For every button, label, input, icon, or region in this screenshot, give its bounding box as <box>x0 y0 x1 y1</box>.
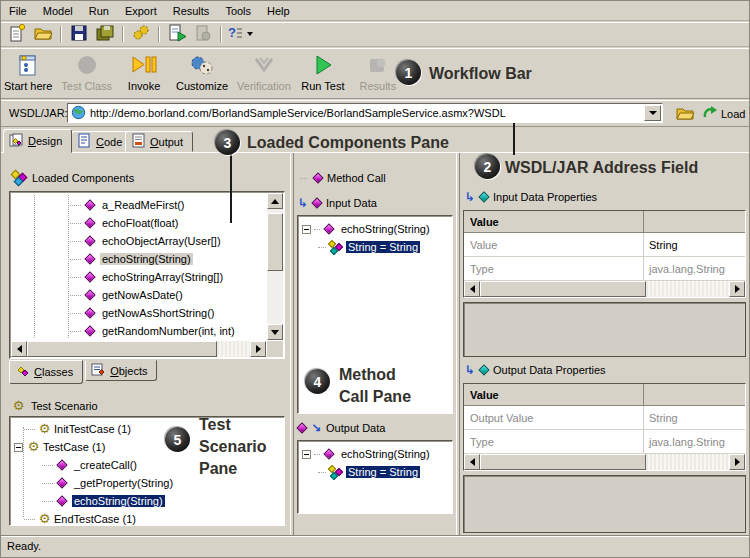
scroll-right-button[interactable] <box>250 341 266 357</box>
scrollbar-thumb[interactable] <box>267 213 283 271</box>
collapse-expander-icon[interactable] <box>302 225 311 234</box>
property-name: Output Value <box>464 406 644 429</box>
workflow-run-test[interactable]: Run Test <box>300 51 346 92</box>
tree-item-method-selected[interactable]: echoString(String) <box>12 250 266 268</box>
table-row[interactable]: Value String <box>464 233 745 257</box>
tab-code[interactable]: Code <box>71 131 132 152</box>
tree-item-method[interactable]: getNowAsShortString() <box>12 304 266 322</box>
scroll-left-button[interactable] <box>11 341 27 357</box>
tab-objects[interactable]: Objects <box>85 360 157 381</box>
code-icon <box>77 133 92 150</box>
workflow-verification[interactable]: Verification <box>237 51 291 92</box>
load-button[interactable]: Load <box>702 105 745 122</box>
horizontal-scrollbar[interactable] <box>464 281 745 297</box>
property-value[interactable]: String <box>644 233 745 256</box>
tree-item-method[interactable]: getNowAsDate() <box>12 286 266 304</box>
tab-classes[interactable]: Classes <box>9 360 83 384</box>
tab-design[interactable]: Design <box>3 129 72 153</box>
tree-item-input-root[interactable]: echoString(String) <box>302 220 450 238</box>
scrollbar-thumb[interactable] <box>480 281 646 297</box>
scrollbar-track[interactable] <box>646 281 729 297</box>
collapse-expander-icon[interactable] <box>14 443 23 452</box>
property-name: Type <box>464 430 644 453</box>
tree-item-label: echoObjectArray(User[]) <box>100 235 223 247</box>
callout-4-badge: 4 <box>305 369 330 394</box>
wsdl-address-value: http://demo.borland.com/BorlandSampleSer… <box>90 107 640 119</box>
application-window: File Model Run Export Results Tools Help… <box>0 0 750 558</box>
table-row[interactable]: Type java.lang.String <box>464 430 745 454</box>
output-arrow-icon: ↘ <box>311 422 321 434</box>
help-sort-icon: ? <box>225 23 245 45</box>
scrollbar-thumb[interactable] <box>480 454 646 470</box>
export-report-button[interactable] <box>164 23 190 45</box>
tree-item-method[interactable]: echoFloat(float) <box>12 214 266 232</box>
tree-item-echostring-selected[interactable]: echoString(String) <box>14 492 280 510</box>
toolbar-separator <box>158 26 160 42</box>
tree-item-method[interactable]: echoObjectArray(User[]) <box>12 232 266 250</box>
menu-results[interactable]: Results <box>165 1 218 21</box>
menu-file[interactable]: File <box>1 1 35 21</box>
tab-output[interactable]: Output <box>125 131 193 152</box>
test-class-icon <box>74 51 100 80</box>
toolbar-separator <box>122 26 124 42</box>
start-here-icon <box>15 51 41 80</box>
browse-file-button[interactable] <box>672 104 698 124</box>
scrollbar-track[interactable] <box>217 341 250 357</box>
collapse-expander-icon[interactable] <box>302 450 311 459</box>
workflow-test-class[interactable]: Test Class <box>61 51 112 92</box>
address-dropdown-button[interactable] <box>644 105 661 121</box>
method-call-caption: Method Call <box>300 172 386 184</box>
horizontal-scrollbar[interactable] <box>464 454 745 470</box>
input-arrow-icon: ↳ <box>465 364 475 376</box>
tree-item-end-testcase[interactable]: ⚙EndTestCase (1) <box>14 510 280 528</box>
vertical-scrollbar[interactable] <box>267 193 283 340</box>
workflow-start-here[interactable]: Start here <box>4 51 52 92</box>
help-menu-button[interactable]: ? <box>226 23 252 45</box>
tree-item-method[interactable]: a_ReadMeFirst() <box>12 196 266 214</box>
results-report-button-disabled[interactable] <box>190 23 216 45</box>
save-all-button[interactable] <box>92 23 118 45</box>
output-icon <box>131 133 146 150</box>
method-diamond-icon <box>84 271 95 282</box>
output-properties-caption: ↳ Output Data Properties <box>465 364 606 376</box>
scroll-left-button[interactable] <box>464 281 480 297</box>
loaded-components-icon <box>11 171 27 185</box>
pane-splitter[interactable] <box>290 153 294 537</box>
scrollbar-thumb[interactable] <box>27 341 217 357</box>
menu-help[interactable]: Help <box>259 1 298 21</box>
tree-item-label: echoString(String) <box>339 223 432 235</box>
tree-item-label: echoString(String) <box>72 495 165 507</box>
workflow-invoke[interactable]: Invoke <box>121 51 167 92</box>
tree-item-method[interactable]: getRandomNumber(int, int) <box>12 322 266 340</box>
wsdl-address-input[interactable]: http://demo.borland.com/BorlandSampleSer… <box>67 103 663 123</box>
menu-tools[interactable]: Tools <box>217 1 259 21</box>
pane-splitter[interactable] <box>456 153 460 537</box>
tree-item-output-root[interactable]: echoString(String) <box>302 445 450 463</box>
workflow-results[interactable]: Results <box>355 51 401 92</box>
table-row[interactable]: Type java.lang.String <box>464 257 745 281</box>
triangle-up-icon <box>271 199 279 204</box>
tree-item-output-param-selected[interactable]: String = String <box>302 463 450 481</box>
save-button[interactable] <box>66 23 92 45</box>
menu-export[interactable]: Export <box>117 1 165 21</box>
settings-button[interactable] <box>128 23 154 45</box>
scroll-right-button[interactable] <box>729 454 745 470</box>
tree-item-method[interactable]: echoStringArray(String[]) <box>12 268 266 286</box>
menu-run[interactable]: Run <box>81 1 117 21</box>
new-document-button[interactable] <box>4 23 30 45</box>
menu-model[interactable]: Model <box>35 1 81 21</box>
scroll-down-button[interactable] <box>267 324 283 340</box>
scroll-right-button[interactable] <box>729 281 745 297</box>
scroll-up-button[interactable] <box>267 193 283 209</box>
scroll-left-button[interactable] <box>464 454 480 470</box>
scrollbar-track[interactable] <box>646 454 729 470</box>
parameter-icon <box>328 240 343 254</box>
invoke-icon <box>131 51 157 80</box>
column-header-empty <box>644 384 745 405</box>
table-row[interactable]: Output Value String <box>464 406 745 430</box>
workflow-customize[interactable]: Customize <box>176 51 228 92</box>
workflow-bar: Start here Test Class Invoke Customize V… <box>1 48 749 99</box>
horizontal-scrollbar[interactable] <box>11 341 266 357</box>
tree-item-input-param-selected[interactable]: String = String <box>302 238 450 256</box>
open-button[interactable] <box>30 23 56 45</box>
